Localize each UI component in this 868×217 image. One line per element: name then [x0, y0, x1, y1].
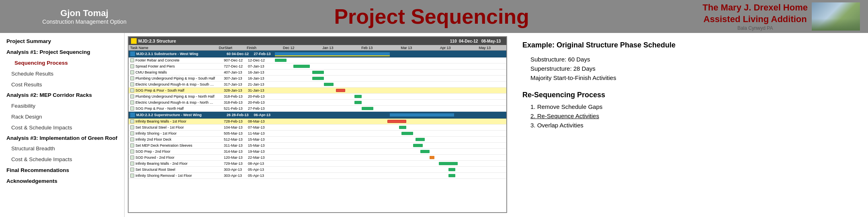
gantt-row-dur: 3: [216, 88, 226, 92]
sidebar-item-cost-schedule-3[interactable]: Cost & Schedule Impacts: [0, 154, 124, 165]
header-center: Project Sequencing: [169, 0, 694, 33]
gantt-activity-name: Plumbing Underground Piping & Insp - Nor…: [135, 94, 216, 98]
gantt-col-task: Task Name: [130, 46, 215, 50]
gantt-activity-name: Infinity Bearing Walls - 1st Floor: [135, 119, 216, 123]
gantt-sub-dur: 60: [221, 52, 231, 56]
gantt-row-dur: 7: [216, 64, 226, 68]
sidebar-item-structural-breadth[interactable]: Structural Breadth: [0, 143, 124, 154]
gantt-row-dur: 3: [216, 143, 226, 147]
gantt-row-bar-area: [270, 70, 505, 74]
gantt-row-dur: 3: [216, 149, 226, 154]
header-right: The Mary J. Drexel Home Assisted Living …: [694, 0, 868, 33]
gantt-activity-icon: [130, 100, 134, 104]
gantt-row: Infinity Bearing Walls - 2nd Floor7 29-M…: [129, 161, 506, 167]
step-2-num: 2.: [530, 113, 537, 119]
gantt-row: Set Structural Steel - 1st Floor1 04-Mar…: [129, 125, 506, 131]
gantt-activity-icon: [130, 94, 134, 98]
gantt-row-dur: 3: [216, 76, 226, 80]
gantt-chart: MJD:2.3 Structure 110 04-Dec-12 08-May-1…: [128, 36, 507, 213]
sidebar-item-analysis3[interactable]: Analysis #3: Implementation of Green Roo…: [0, 133, 124, 143]
gantt-superstructure-rows: Infinity Bearing Walls - 1st Floor7 28-F…: [129, 119, 506, 179]
sidebar-item-sequencing-process[interactable]: Sequencing Process: [0, 58, 124, 69]
gantt-activity-icon: [130, 106, 134, 111]
example-title: Example: Original Structure Phase Schedu…: [522, 41, 856, 49]
gantt-row: Set MEP Deck Penetration Sleeves3 11-Mar…: [129, 143, 506, 149]
gantt-row-dur: 5: [216, 137, 226, 141]
sidebar-item-schedule-results[interactable]: Schedule Results: [0, 69, 124, 80]
gantt-row-start: 12-Mar-13: [226, 137, 248, 141]
gantt-row-bar-area: [270, 82, 505, 86]
gantt-activity-icon: [130, 70, 134, 74]
author-name: Gjon Tomaj: [60, 8, 108, 18]
sidebar-item-feasibility[interactable]: Feasibility: [0, 101, 124, 112]
gantt-row-bar-area: [270, 149, 505, 154]
gantt-activity-name: SOD Prep - 2nd Floor: [135, 149, 216, 154]
gantt-row-start: 21-Feb-13: [226, 106, 248, 111]
gantt-row-bar: [448, 168, 456, 171]
gantt-row-bar: [336, 89, 345, 92]
sidebar-item-final-rec[interactable]: Final Recommendations: [0, 165, 124, 176]
step-3-num: 3.: [530, 122, 537, 129]
gantt-row-dur: 3: [216, 82, 226, 86]
gantt-row-start: 07-Jan-13: [226, 76, 248, 80]
gantt-row-start: 14-Mar-13: [226, 149, 248, 154]
gantt-activity-icon: [130, 58, 134, 62]
gantt-row-finish: 27-Feb-13: [248, 106, 270, 111]
project-location: Bala Cynwyd PA: [702, 25, 808, 31]
gantt-row-bar: [439, 162, 458, 165]
gantt-row-finish: 08-Apr-13: [248, 162, 270, 166]
gantt-row-finish: 07-Jan-13: [248, 64, 270, 68]
sidebar-item-cost-results[interactable]: Cost Results: [0, 80, 124, 90]
gantt-row-bar: [293, 65, 310, 68]
gantt-row-bar-area: [270, 64, 505, 68]
gantt-row-finish: 19-Mar-13: [248, 149, 270, 154]
gantt-super-start: 28-Feb-13: [231, 113, 253, 117]
author-subtitle: Construction Management Option: [42, 18, 126, 25]
main-content: Project Summary Analysis #1: Project Seq…: [0, 33, 868, 217]
gantt-activity-name: Spread Footer and Piers: [135, 64, 216, 68]
gantt-activity-icon: [130, 82, 134, 86]
gantt-area: MJD:2.3 Structure 110 04-Dec-12 08-May-1…: [125, 33, 510, 217]
gantt-row: SOG Prep & Pour - South Half3 28-Jan-13 …: [129, 88, 506, 94]
gantt-row-start: 28-Feb-13: [226, 119, 248, 123]
project-title-line2: Assisted Living Addition: [702, 14, 808, 25]
sidebar-item-rack-design[interactable]: Rack Design: [0, 112, 124, 123]
gantt-activity-icon: [130, 88, 134, 92]
gantt-activity-icon: [130, 156, 134, 160]
header: Gjon Tomaj Construction Management Optio…: [0, 0, 868, 33]
gantt-main-title: MJD:2.3 Structure: [138, 39, 450, 43]
gantt-activity-icon: [130, 125, 134, 129]
gantt-row: SOD Poured - 2nd Floor1 20-Mar-13 22-Mar…: [129, 155, 506, 161]
gantt-timeline-header: Task Name Dur Start Finish Dec 12 Jan 13…: [129, 45, 506, 51]
sidebar-item-analysis2[interactable]: Analysis #2: MEP Corridor Racks: [0, 90, 124, 101]
sidebar: Project Summary Analysis #1: Project Seq…: [0, 33, 125, 217]
sidebar-item-cost-schedule-2[interactable]: Cost & Schedule Impacts: [0, 123, 124, 133]
sidebar-item-analysis1[interactable]: Analysis #1: Project Sequencing: [0, 47, 124, 58]
gantt-row: Infinity Shoring - 1st Floor5 05-Mar-13 …: [129, 131, 506, 137]
gantt-row-dur: 1: [216, 156, 226, 160]
gantt-row-dur: 9: [216, 58, 226, 62]
gantt-row: Infinity Bearing Walls - 1st Floor7 28-F…: [129, 119, 506, 125]
gantt-row-start: 07-Dec-12: [226, 58, 248, 62]
gantt-activity-icon: [130, 119, 134, 123]
sidebar-item-acknowledgements[interactable]: Acknowledgements: [0, 176, 124, 187]
project-title-line1: The Mary J. Drexel Home: [702, 2, 808, 14]
gantt-row-bar: [312, 77, 324, 80]
gantt-row-bar: [401, 132, 413, 135]
gantt-activity-name: Plumbing Underground Piping & Insp - Sou…: [135, 76, 216, 80]
gantt-row-start: 18-Feb-13: [226, 100, 248, 104]
step-3: 3. Overlap Activities: [522, 122, 856, 129]
stat-activities: Majority Start-to-Finish Activities: [522, 74, 856, 81]
gantt-row-bar: [430, 156, 434, 159]
right-panel: Example: Original Structure Phase Schedu…: [510, 33, 868, 217]
sidebar-item-project-summary[interactable]: Project Summary: [0, 36, 124, 47]
gantt-activity-name: Infinity 2nd Floor Deck: [135, 137, 216, 141]
gantt-row-start: 03-Apr-13: [226, 168, 248, 172]
gantt-row-dur: 4: [216, 70, 226, 74]
gantt-row-finish: 12-Dec-12: [248, 58, 270, 62]
gantt-row-start: 28-Jan-13: [226, 88, 248, 92]
gantt-header: MJD:2.3 Structure 110 04-Dec-12 08-May-1…: [129, 37, 506, 45]
gantt-row-bar: [362, 107, 373, 110]
gantt-row-bar: [399, 126, 406, 129]
gantt-row-dur: 1: [216, 125, 226, 129]
